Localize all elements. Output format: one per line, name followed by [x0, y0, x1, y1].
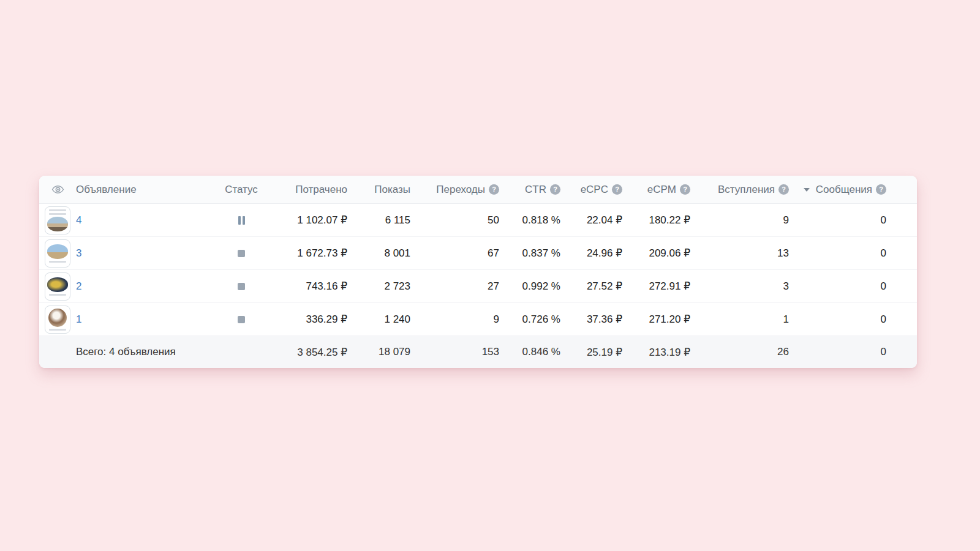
ecpc-value: 22.04 ₽	[560, 214, 622, 227]
clicks-value: 50	[410, 214, 499, 227]
column-header-ecpc[interactable]: eCPC	[560, 184, 622, 196]
column-header-ctr-label: CTR	[525, 184, 546, 196]
column-header-clicks[interactable]: Переходы	[410, 184, 499, 196]
column-header-ecpm-label: eCPM	[647, 184, 676, 196]
thumb-text-line	[49, 294, 66, 296]
totals-ctr: 0.846 %	[499, 346, 560, 358]
thumb-photo	[47, 277, 68, 292]
stop-icon	[238, 250, 245, 257]
ad-thumbnail[interactable]	[45, 305, 70, 334]
totals-impressions: 18 079	[347, 346, 410, 358]
joins-value: 13	[690, 247, 789, 260]
help-icon[interactable]	[612, 184, 622, 195]
ecpm-value: 272.91 ₽	[622, 280, 690, 293]
ecpm-value: 180.22 ₽	[622, 214, 690, 227]
ecpc-value: 24.96 ₽	[560, 247, 622, 260]
ad-name-link[interactable]: 4	[76, 214, 81, 226]
impressions-value: 6 115	[347, 214, 410, 227]
help-icon[interactable]	[489, 184, 499, 195]
totals-label: Всего: 4 объявления	[76, 346, 214, 358]
totals-spent: 3 854.25 ₽	[269, 346, 347, 359]
help-icon[interactable]	[778, 184, 789, 195]
messages-value: 0	[789, 247, 886, 260]
messages-value: 0	[789, 313, 886, 326]
ad-thumbnail[interactable]	[45, 272, 70, 301]
totals-clicks: 153	[410, 346, 499, 358]
column-header-impressions[interactable]: Показы	[347, 184, 410, 196]
thumb-text-line	[49, 213, 66, 215]
ctr-value: 0.992 %	[499, 280, 560, 293]
clicks-value: 27	[410, 280, 499, 293]
table-row: 2 743.16 ₽ 2 723 27 0.992 % 27.52 ₽ 272.…	[39, 270, 917, 303]
thumb-photo	[47, 217, 68, 231]
ecpc-value: 37.36 ₽	[560, 313, 622, 326]
ad-thumbnail[interactable]	[45, 239, 70, 268]
table-header-row: Объявление Статус Потрачено Показы Перех…	[39, 176, 917, 204]
ecpc-value: 27.52 ₽	[560, 280, 622, 293]
thumb-text-line	[49, 329, 66, 331]
column-header-joins-label: Вступления	[718, 184, 775, 196]
sort-desc-icon	[804, 188, 810, 192]
column-header-ecpm[interactable]: eCPM	[622, 184, 690, 196]
column-header-messages[interactable]: Сообщения	[789, 184, 886, 196]
table-row: 1 336.29 ₽ 1 240 9 0.726 % 37.36 ₽ 271.2…	[39, 303, 917, 336]
joins-value: 3	[690, 280, 789, 293]
column-header-ad[interactable]: Объявление	[76, 184, 214, 196]
column-header-spent-label: Потрачено	[295, 184, 347, 196]
page-background: { "page": { "background_color": "#fce8ea…	[0, 0, 980, 551]
impressions-value: 8 001	[347, 247, 410, 260]
stop-icon	[238, 316, 245, 323]
column-header-ctr[interactable]: CTR	[499, 184, 560, 196]
eye-icon[interactable]	[39, 183, 76, 196]
spent-value: 336.29 ₽	[269, 313, 347, 326]
totals-ecpm: 213.19 ₽	[622, 346, 690, 359]
impressions-value: 1 240	[347, 313, 410, 326]
thumb-text-line	[49, 209, 66, 211]
help-icon[interactable]	[550, 184, 560, 195]
ctr-value: 0.818 %	[499, 214, 560, 227]
column-header-spent[interactable]: Потрачено	[269, 184, 347, 196]
column-header-joins[interactable]: Вступления	[690, 184, 789, 196]
thumb-text-line	[49, 261, 66, 263]
totals-ecpc: 25.19 ₽	[560, 346, 622, 359]
totals-messages: 0	[789, 346, 886, 358]
ad-name-link[interactable]: 2	[76, 280, 81, 292]
help-icon[interactable]	[876, 184, 886, 195]
joins-value: 9	[690, 214, 789, 227]
table-row: 3 1 672.73 ₽ 8 001 67 0.837 % 24.96 ₽ 20…	[39, 237, 917, 270]
stop-icon	[238, 283, 245, 290]
ads-statistics-table: Объявление Статус Потрачено Показы Перех…	[39, 176, 917, 368]
column-header-status[interactable]: Статус	[214, 184, 269, 196]
eye-icon-glyph	[51, 183, 64, 196]
thumb-photo	[47, 244, 68, 259]
ctr-value: 0.726 %	[499, 313, 560, 326]
clicks-value: 67	[410, 247, 499, 260]
column-header-ecpc-label: eCPC	[581, 184, 608, 196]
ecpm-value: 209.06 ₽	[622, 247, 690, 260]
spent-value: 1 102.07 ₽	[269, 214, 347, 227]
thumb-photo	[48, 309, 67, 327]
column-header-impressions-label: Показы	[374, 184, 410, 196]
ad-name-link[interactable]: 1	[76, 313, 81, 325]
column-header-messages-label: Сообщения	[816, 184, 872, 196]
ad-name-link[interactable]: 3	[76, 247, 81, 259]
spent-value: 1 672.73 ₽	[269, 247, 347, 260]
ctr-value: 0.837 %	[499, 247, 560, 260]
messages-value: 0	[789, 214, 886, 227]
totals-joins: 26	[690, 346, 789, 358]
column-header-clicks-label: Переходы	[436, 184, 485, 196]
ad-thumbnail[interactable]	[45, 206, 70, 234]
table-row: 4 1 102.07 ₽ 6 115 50 0.818 % 22.04 ₽ 18…	[39, 204, 917, 237]
spent-value: 743.16 ₽	[269, 280, 347, 293]
table-totals-row: Всего: 4 объявления 3 854.25 ₽ 18 079 15…	[39, 336, 917, 368]
pause-icon	[238, 216, 245, 225]
help-icon[interactable]	[680, 184, 690, 195]
ecpm-value: 271.20 ₽	[622, 313, 690, 326]
impressions-value: 2 723	[347, 280, 410, 293]
joins-value: 1	[690, 313, 789, 326]
clicks-value: 9	[410, 313, 499, 326]
messages-value: 0	[789, 280, 886, 293]
